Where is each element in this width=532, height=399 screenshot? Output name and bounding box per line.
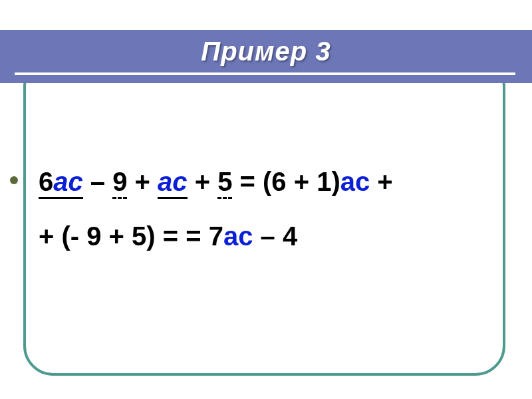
op-eq: = <box>232 167 263 196</box>
term-5: 5 <box>217 167 232 199</box>
term-6ac: 6ac <box>39 167 83 199</box>
group-6plus1: (6 + 1) <box>263 167 340 196</box>
math-expression: 6ac – 9 + ac + 5 = (6 + 1)ac + + (- 9 + … <box>39 156 504 261</box>
line2-lead: + (- 9 + 5) = = 7 <box>39 221 223 251</box>
op-plus: + <box>127 167 158 196</box>
var-ac: ac <box>53 167 83 196</box>
page-title: Пример 3 <box>0 37 532 66</box>
op-minus: – <box>83 167 112 196</box>
bullet-icon <box>10 176 18 184</box>
op-plus-2: + <box>188 167 218 196</box>
term-9: 9 <box>112 167 127 199</box>
trailing-plus: + <box>370 167 392 196</box>
title-underline <box>15 72 515 75</box>
var-ac-2: ac <box>340 167 370 196</box>
expression-line-1: 6ac – 9 + ac + 5 = (6 + 1)ac + <box>39 156 504 207</box>
term-ac: ac <box>158 167 188 199</box>
line2-tail: – 4 <box>253 221 297 251</box>
coef-6: 6 <box>39 167 53 196</box>
expression-line-2: + (- 9 + 5) = = 7ac – 4 <box>39 211 504 261</box>
var-ac-3: ac <box>223 221 253 251</box>
title-band: Пример 3 <box>0 30 532 83</box>
